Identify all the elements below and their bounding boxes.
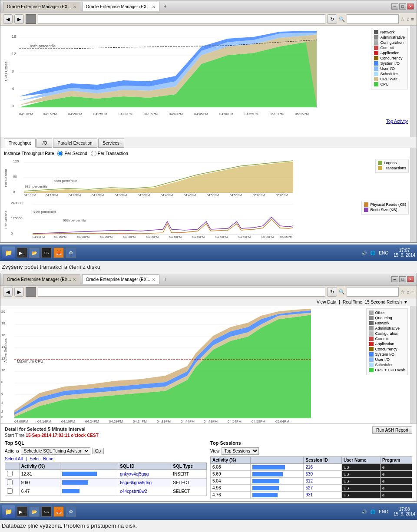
- forward-button-2[interactable]: ▶: [14, 287, 24, 297]
- taskbar-icon-cmd-2[interactable]: C:\: [41, 506, 52, 517]
- tab-parallel[interactable]: Parallel Execution: [53, 139, 97, 148]
- sess-id-5[interactable]: 931: [305, 492, 313, 497]
- activity-chart-svg: 20 18 16 14 12 10 8 6 4 2 0 Active Sessi…: [0, 306, 318, 423]
- sess-bar-5: [252, 493, 278, 497]
- sess-col-activity[interactable]: Activity (%): [211, 457, 251, 464]
- scrollbar-1[interactable]: [410, 26, 417, 137]
- taskbar-btn-folder[interactable]: 📁: [2, 246, 15, 259]
- row-bar-1: [62, 472, 97, 476]
- legend2-administrative: Administrative: [375, 326, 400, 330]
- refresh-button-2[interactable]: ↻: [327, 287, 337, 297]
- sess-id-1[interactable]: 216: [305, 465, 313, 469]
- instance-throughput-label: Instance Throughput Rate: [4, 151, 54, 156]
- row-check-2[interactable]: [7, 479, 13, 485]
- taskbar-icon-terminal-2[interactable]: ▶_: [17, 506, 27, 517]
- run-ash-button[interactable]: Run ASH Report: [372, 426, 412, 434]
- top-sessions-title: Top Sessions: [210, 440, 412, 446]
- tab-1-active-close[interactable]: ✕: [152, 5, 156, 9]
- sql-col-check: [5, 463, 20, 470]
- cpu-chart-container: 16 12 8 4 0 CPU Cores: [0, 26, 417, 137]
- taskbar-right: 🔊 🌐 ENG 17:07 15. 9. 2014: [361, 248, 415, 258]
- sess-id-4[interactable]: 527: [305, 486, 313, 490]
- caption-1: Zvýšený počet transakcí a čtení z disku: [0, 261, 417, 273]
- row-sqlid-1[interactable]: gnkyxv4cj5gqg: [120, 472, 149, 476]
- maximize-button-1[interactable]: □: [399, 3, 406, 10]
- address-bar-2[interactable]: 5501/em/console/database/instance/waitDe…: [38, 287, 325, 297]
- top-activity-link[interactable]: Top Activity: [386, 119, 408, 124]
- per-second-radio[interactable]: Per Second: [57, 151, 87, 156]
- select-all-link[interactable]: Select All: [5, 456, 23, 461]
- scrollbar-throughput[interactable]: [410, 148, 417, 242]
- legend2-application: Application: [375, 342, 394, 346]
- scrollbar-activity[interactable]: [410, 306, 417, 423]
- tab-2-active[interactable]: Oracle Enterprise Manager (EX... ✕: [82, 274, 159, 284]
- tab-throughput[interactable]: Throughput: [4, 139, 36, 148]
- minimize-button-1[interactable]: ─: [391, 3, 398, 10]
- per-transaction-radio[interactable]: Per Transaction: [91, 151, 128, 156]
- legend-system-io: System I/O: [380, 61, 400, 66]
- taskbar-icon-firefox[interactable]: 🦊: [53, 248, 64, 258]
- taskbar-icon-files-2[interactable]: 📂: [29, 506, 40, 517]
- sess-id-3[interactable]: 312: [305, 479, 313, 483]
- close-button-2[interactable]: ✕: [407, 276, 414, 282]
- svg-text:04:55PM: 04:55PM: [245, 112, 258, 116]
- reads-legend: Physical Reads (KB) Redo Size (KB): [361, 201, 409, 215]
- tab-1-active[interactable]: Oracle Enterprise Manager (EX... ✕: [82, 2, 159, 11]
- close-button-1[interactable]: ✕: [407, 3, 414, 10]
- sess-col-program[interactable]: Program: [381, 457, 412, 464]
- search-bar-2[interactable]: select redo: [347, 287, 399, 297]
- sess-col-sessionid[interactable]: Session ID: [304, 457, 341, 464]
- select-links: Select All | Select None: [5, 456, 207, 461]
- detail-title: Detail for Selected 5 Minute Interval: [5, 426, 412, 432]
- tab-1-inactive[interactable]: Oracle Enterprise Manager (EX... ✕: [3, 2, 80, 11]
- taskbar-icon-settings-2[interactable]: ⚙: [66, 506, 76, 517]
- maximize-button-2[interactable]: □: [399, 276, 406, 282]
- tab-2-inactive-close[interactable]: ✕: [73, 278, 76, 282]
- sess-col-username[interactable]: User Name: [341, 457, 380, 464]
- minimize-button-2[interactable]: ─: [391, 276, 398, 282]
- sql-col-type[interactable]: SQL Type: [171, 463, 207, 470]
- tab-2-active-close[interactable]: ✕: [152, 278, 156, 282]
- sessions-table: Activity (%) Session ID User Name Progra…: [210, 456, 412, 499]
- new-tab-button-1[interactable]: +: [161, 2, 169, 11]
- taskbar-icon-settings[interactable]: ⚙: [66, 248, 76, 258]
- row-sqlid-3[interactable]: c44cpstrrt0w2: [120, 489, 147, 494]
- refresh-button-1[interactable]: ↻: [327, 14, 337, 24]
- svg-text:04:10PM: 04:10PM: [19, 112, 33, 116]
- titlebar-2: Oracle Enterprise Manager (EX... ✕ Oracl…: [0, 273, 417, 285]
- legend-physical-reads: Physical Reads (KB): [370, 202, 406, 207]
- files-icon: 📂: [32, 251, 37, 255]
- caption-2: Databáze plně vytížená. Problém s přístu…: [0, 520, 417, 532]
- address-bar-1[interactable]: 5501/em/console/database/instance/sitema…: [38, 14, 325, 24]
- sess-id-2[interactable]: 530: [305, 472, 313, 476]
- tab-io[interactable]: I/O: [36, 139, 52, 148]
- reads-chart: 240000 120000 0 99th percentile 99th per…: [11, 200, 306, 239]
- taskbar-btn-folder-2[interactable]: 📁: [2, 505, 15, 518]
- row-sqlid-2[interactable]: 6sgu6kguw6dng: [120, 480, 152, 485]
- row-check-1[interactable]: [7, 471, 13, 476]
- sql-col-sqlid[interactable]: SQL ID: [118, 463, 171, 470]
- tab-services[interactable]: Services: [98, 139, 124, 148]
- new-tab-button-2[interactable]: +: [161, 275, 169, 284]
- legend2-commit: Commit: [375, 337, 389, 341]
- taskbar-icon-files[interactable]: 📂: [29, 248, 40, 258]
- taskbar-icon-firefox-2[interactable]: 🦊: [53, 506, 64, 517]
- detail-section: Run ASH Report Detail for Selected 5 Min…: [0, 423, 417, 501]
- sess-activity-2: 5.69: [211, 471, 251, 478]
- tab-1-close[interactable]: ✕: [73, 5, 76, 9]
- back-button-1[interactable]: ◀: [3, 14, 13, 24]
- go-button[interactable]: Go: [92, 448, 104, 454]
- legend2-scheduler: Scheduler: [375, 363, 393, 367]
- view-select[interactable]: Top Sessions: [222, 447, 259, 455]
- search-bar-1[interactable]: select redo: [347, 14, 399, 24]
- tab-2-inactive[interactable]: Oracle Enterprise Manager (EX... ✕: [3, 274, 80, 284]
- taskbar-icon-terminal[interactable]: ▶_: [17, 248, 27, 258]
- forward-button-1[interactable]: ▶: [14, 14, 24, 24]
- sql-col-activity[interactable]: Activity (%): [19, 463, 60, 470]
- actions-select[interactable]: Schedule SQL Tuning Advisor: [21, 447, 90, 455]
- table-row: 9.60 6sgu6kguw6dng SELECT: [5, 479, 207, 487]
- select-none-link[interactable]: Select None: [30, 456, 53, 461]
- taskbar-icon-cmd[interactable]: C:\: [41, 248, 52, 258]
- row-check-3[interactable]: [7, 488, 13, 494]
- back-button-2[interactable]: ◀: [3, 287, 13, 297]
